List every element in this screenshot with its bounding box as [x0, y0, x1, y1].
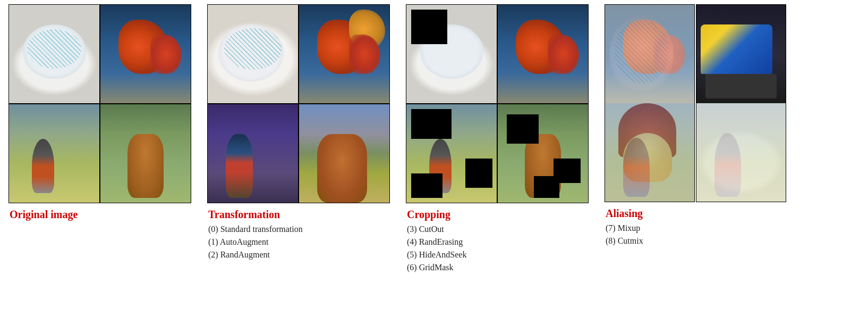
cropping-bowl-cell [406, 5, 497, 103]
transformation-label-area: Transformation (0) Standard transformati… [207, 209, 303, 261]
page-container: Original image [8, 4, 860, 274]
cropping-item-1: (4) RandErasing [407, 236, 466, 248]
transformation-item-2: (2) RandAugment [208, 248, 303, 261]
transform-goldfish-cell [299, 5, 389, 103]
cropping-robin-image [406, 104, 497, 203]
cropping-title: Cropping [407, 209, 466, 221]
original-robin-image [9, 104, 99, 203]
original-bowl-cell [9, 5, 99, 103]
original-dog-image [100, 104, 191, 203]
cutout-patch-4 [465, 159, 492, 188]
aliasing-item-1: (8) Cutmix [606, 235, 643, 247]
original-title: Original image [10, 209, 78, 221]
cropping-item-2: (5) HideAndSeek [407, 248, 466, 261]
cropping-dog-image [498, 104, 588, 203]
cropping-goldfish-cell [498, 5, 588, 103]
cutout-patch-5 [507, 114, 539, 144]
aliasing-images-row [605, 4, 786, 202]
cutout-patch-1 [411, 10, 447, 44]
cropping-dog-cell [498, 104, 588, 203]
aliasing-cutmix-image [696, 4, 786, 202]
original-robin-cell [9, 104, 99, 203]
aliasing-section: Aliasing (7) Mixup (8) Cutmix [605, 4, 786, 247]
cropping-section: Cropping (3) CutOut (4) RandErasing (5) … [406, 4, 589, 274]
aliasing-label-area: Aliasing (7) Mixup (8) Cutmix [605, 207, 643, 247]
cropping-item-3: (6) GridMask [407, 261, 466, 274]
transformation-title: Transformation [208, 209, 303, 221]
cropping-goldfish-image [498, 5, 588, 103]
original-goldfish-image [100, 5, 191, 103]
aliasing-item-0: (7) Mixup [606, 222, 643, 235]
original-bowl-image [9, 5, 99, 103]
original-goldfish-cell [100, 5, 191, 103]
transformation-item-0: (0) Standard transformation [208, 223, 303, 236]
cutout-patch-2 [411, 109, 452, 139]
cutout-patch-7 [534, 176, 559, 198]
cropping-item-0: (3) CutOut [407, 223, 466, 236]
transform-goldfish-image [299, 5, 389, 103]
cropping-label-area: Cropping (3) CutOut (4) RandErasing (5) … [406, 209, 466, 274]
aliasing-mixup-image [605, 4, 695, 202]
original-dog-cell [100, 104, 191, 203]
transform-dog-image [299, 104, 389, 203]
original-label-area: Original image [8, 209, 78, 223]
cropping-image-grid [406, 4, 589, 203]
transform-bird-image [208, 104, 298, 203]
transform-bowl-cell [208, 5, 298, 103]
cropping-robin-cell [406, 104, 497, 203]
transform-bird-cell [208, 104, 298, 203]
original-image-grid [8, 4, 191, 203]
transformation-item-1: (1) AutoAugment [208, 236, 303, 248]
cutout-patch-3 [411, 173, 443, 198]
transformation-section: Transformation (0) Standard transformati… [207, 4, 390, 261]
transformation-image-grid [207, 4, 390, 203]
transform-dog-cell [299, 104, 389, 203]
aliasing-title: Aliasing [606, 207, 643, 220]
original-section: Original image [8, 4, 191, 223]
